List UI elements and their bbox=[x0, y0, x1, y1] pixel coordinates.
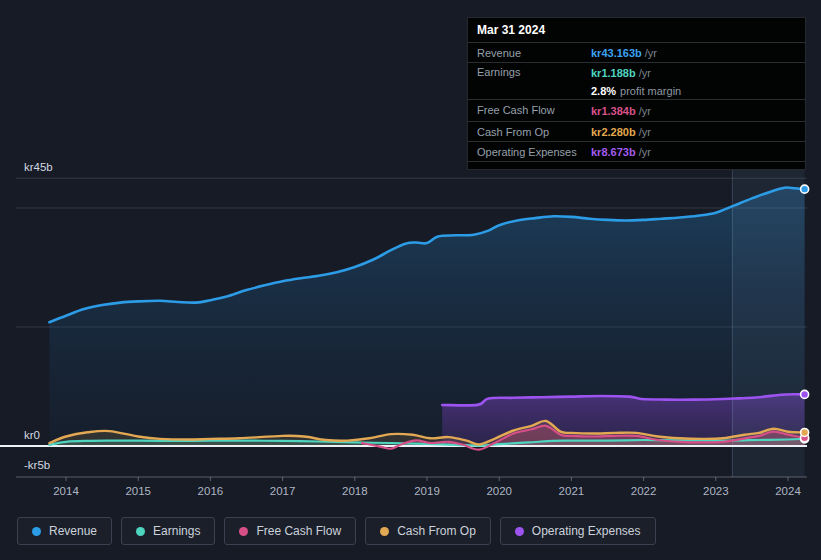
tooltip-row-profit-margin: 2.8%profit margin bbox=[468, 82, 805, 99]
y-axis-label-kr45b: kr45b bbox=[24, 161, 53, 173]
tooltip-unit: /yr bbox=[639, 105, 651, 117]
x-tick-label-2022: 2022 bbox=[631, 485, 657, 497]
x-tick-label-2015: 2015 bbox=[125, 485, 151, 497]
tooltip-value-opex: kr8.673b bbox=[591, 146, 636, 158]
tooltip-label-revenue: Revenue bbox=[477, 44, 591, 62]
x-tick-label-2016: 2016 bbox=[198, 485, 224, 497]
x-tick-label-2017: 2017 bbox=[270, 485, 296, 497]
legend-item-cash-from-op[interactable]: Cash From Op bbox=[365, 517, 491, 545]
profit-margin-label: profit margin bbox=[620, 85, 681, 97]
tooltip-unit: /yr bbox=[639, 146, 651, 158]
tooltip-row-earnings: Earnings kr1.188b/yr bbox=[468, 62, 805, 82]
legend-item-revenue[interactable]: Revenue bbox=[17, 517, 112, 545]
chart-legend: Revenue Earnings Free Cash Flow Cash Fro… bbox=[17, 517, 656, 545]
x-tick-label-2024: 2024 bbox=[775, 485, 801, 497]
x-tick-label-2023: 2023 bbox=[703, 485, 729, 497]
tooltip-date: Mar 31 2024 bbox=[468, 18, 805, 42]
tooltip-row-cash-from-op: Cash From Op kr2.280b/yr bbox=[468, 121, 805, 141]
opex-legend-dot-icon bbox=[515, 527, 524, 536]
financials-chart-page: 2014201520162017201820192020202120222023… bbox=[0, 0, 821, 560]
tooltip-value-cfo: kr2.280b bbox=[591, 126, 636, 138]
cash-from-op-end-marker bbox=[801, 428, 809, 436]
revenue-end-marker bbox=[801, 185, 809, 193]
tooltip-value-earnings: kr1.188b bbox=[591, 67, 636, 79]
profit-margin-value: 2.8% bbox=[591, 85, 616, 97]
chart-tooltip: Mar 31 2024 Revenue kr43.163b/yr Earning… bbox=[467, 17, 806, 170]
x-tick-label-2014: 2014 bbox=[53, 485, 79, 497]
x-tick-label-2021: 2021 bbox=[559, 485, 585, 497]
tooltip-label-fcf: Free Cash Flow bbox=[477, 101, 591, 120]
cfo-legend-dot-icon bbox=[380, 527, 389, 536]
tooltip-unit: /yr bbox=[639, 126, 651, 138]
x-tick-label-2018: 2018 bbox=[342, 485, 368, 497]
tooltip-label-earnings: Earnings bbox=[477, 64, 591, 81]
x-tick-label-2020: 2020 bbox=[486, 485, 512, 497]
tooltip-value-revenue: kr43.163b bbox=[591, 47, 642, 59]
tooltip-label-cfo: Cash From Op bbox=[477, 123, 591, 141]
operating-expenses-end-marker bbox=[801, 390, 809, 398]
tooltip-row-revenue: Revenue kr43.163b/yr bbox=[468, 42, 805, 62]
tooltip-row-free-cash-flow: Free Cash Flow kr1.384b/yr bbox=[468, 99, 805, 121]
legend-item-operating-expenses[interactable]: Operating Expenses bbox=[500, 517, 656, 545]
legend-item-free-cash-flow[interactable]: Free Cash Flow bbox=[224, 517, 356, 545]
tooltip-value-fcf: kr1.384b bbox=[591, 105, 636, 117]
legend-item-earnings[interactable]: Earnings bbox=[121, 517, 215, 545]
y-axis-label-kr0: kr0 bbox=[24, 429, 40, 441]
y-axis-label--kr5b: -kr5b bbox=[24, 459, 50, 471]
tooltip-row-operating-expenses: Operating Expenses kr8.673b/yr bbox=[468, 141, 805, 161]
revenue-legend-dot-icon bbox=[32, 527, 41, 536]
tooltip-unit: /yr bbox=[645, 47, 657, 59]
earnings-legend-dot-icon bbox=[136, 527, 145, 536]
tooltip-unit: /yr bbox=[639, 67, 651, 79]
x-tick-label-2019: 2019 bbox=[414, 485, 440, 497]
tooltip-label-opex: Operating Expenses bbox=[477, 143, 591, 161]
fcf-legend-dot-icon bbox=[239, 527, 248, 536]
